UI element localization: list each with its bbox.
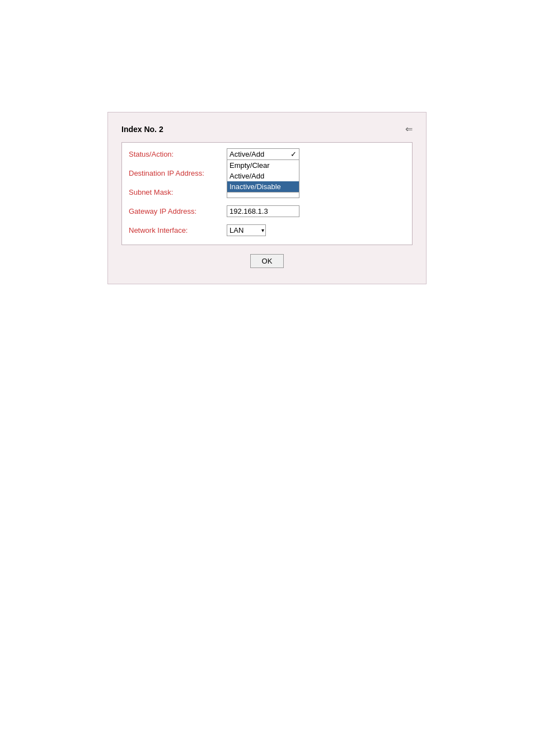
gateway-ip-row: Gateway IP Address:	[129, 205, 405, 220]
dropdown-selected-display[interactable]: Active/Add ✓	[227, 148, 299, 160]
status-action-label: Status/Action:	[129, 148, 227, 158]
dropdown-option-active-add[interactable]: Active/Add	[227, 171, 299, 181]
dropdown-option-empty-clear[interactable]: Empty/Clear	[227, 160, 299, 171]
main-panel: Index No. 2 ⇐ Status/Action: Active/Add …	[107, 112, 427, 284]
panel-header: Index No. 2 ⇐	[121, 124, 413, 134]
dropdown-chevron: ✓	[291, 150, 297, 158]
network-interface-row: Network Interface: LAN WAN ▾	[129, 224, 405, 239]
page-container: Index No. 2 ⇐ Status/Action: Active/Add …	[0, 0, 534, 756]
status-action-dropdown[interactable]: Active/Add ✓ Empty/Clear Active/Add Inac…	[227, 148, 299, 160]
gateway-ip-label: Gateway IP Address:	[129, 205, 227, 215]
network-interface-select[interactable]: LAN WAN	[227, 224, 266, 236]
status-action-control: Active/Add ✓ Empty/Clear Active/Add Inac…	[227, 148, 405, 160]
gateway-ip-control	[227, 205, 405, 217]
back-icon[interactable]: ⇐	[405, 124, 413, 134]
ok-button-area: OK	[121, 254, 413, 268]
lan-select-container: LAN WAN ▾	[227, 224, 266, 236]
panel-title: Index No. 2	[121, 125, 163, 134]
dropdown-selected-text: Active/Add	[229, 150, 264, 158]
network-interface-control: LAN WAN ▾	[227, 224, 405, 236]
gateway-ip-input[interactable]	[227, 205, 299, 217]
status-action-row: Status/Action: Active/Add ✓ Empty/Clear …	[129, 148, 405, 163]
form-table: Status/Action: Active/Add ✓ Empty/Clear …	[121, 142, 413, 245]
subnet-mask-label: Subnet Mask:	[129, 186, 227, 196]
dropdown-option-inactive-disable[interactable]: Inactive/Disable	[227, 181, 299, 192]
destination-ip-label: Destination IP Address:	[129, 167, 227, 177]
dropdown-list: Empty/Clear Active/Add Inactive/Disable	[227, 160, 299, 192]
ok-button[interactable]: OK	[250, 254, 284, 268]
network-interface-label: Network Interface:	[129, 224, 227, 234]
